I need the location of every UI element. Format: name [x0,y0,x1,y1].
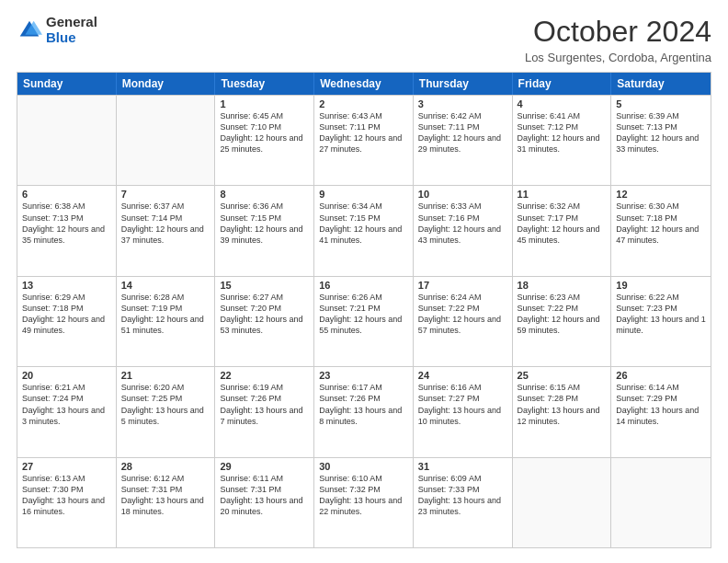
day-info: Sunrise: 6:23 AM Sunset: 7:22 PM Dayligh… [518,292,607,337]
day-info: Sunrise: 6:19 AM Sunset: 7:26 PM Dayligh… [220,382,309,427]
day-cell-16: 16Sunrise: 6:26 AM Sunset: 7:21 PM Dayli… [314,277,414,366]
day-info: Sunrise: 6:39 AM Sunset: 7:13 PM Dayligh… [616,110,706,155]
day-info: Sunrise: 6:41 AM Sunset: 7:12 PM Dayligh… [518,110,607,155]
day-number: 7 [121,189,210,200]
day-info: Sunrise: 6:09 AM Sunset: 7:33 PM Dayligh… [418,473,507,518]
calendar-header-row: SundayMondayTuesdayWednesdayThursdayFrid… [17,73,711,95]
day-info: Sunrise: 6:32 AM Sunset: 7:17 PM Dayligh… [518,201,607,246]
day-number: 2 [319,98,408,109]
day-info: Sunrise: 6:16 AM Sunset: 7:27 PM Dayligh… [418,382,507,427]
day-info: Sunrise: 6:27 AM Sunset: 7:20 PM Dayligh… [220,292,309,337]
day-info: Sunrise: 6:42 AM Sunset: 7:11 PM Dayligh… [418,110,507,155]
day-header-saturday: Saturday [611,73,711,95]
day-cell-empty [611,458,711,547]
day-header-thursday: Thursday [414,73,513,95]
day-cell-empty [17,96,117,185]
day-info: Sunrise: 6:43 AM Sunset: 7:11 PM Dayligh… [319,110,408,155]
day-info: Sunrise: 6:15 AM Sunset: 7:28 PM Dayligh… [518,382,607,427]
day-cell-22: 22Sunrise: 6:19 AM Sunset: 7:26 PM Dayli… [215,367,314,456]
day-cell-empty [513,458,612,547]
day-cell-27: 27Sunrise: 6:13 AM Sunset: 7:30 PM Dayli… [17,458,117,547]
day-cell-23: 23Sunrise: 6:17 AM Sunset: 7:26 PM Dayli… [314,367,414,456]
day-number: 12 [616,189,706,200]
day-number: 23 [319,370,408,381]
day-info: Sunrise: 6:26 AM Sunset: 7:21 PM Dayligh… [319,292,408,337]
logo-general-text: General [46,15,97,30]
day-cell-13: 13Sunrise: 6:29 AM Sunset: 7:18 PM Dayli… [17,277,117,366]
day-number: 29 [220,461,309,472]
day-number: 15 [220,280,309,291]
day-number: 31 [418,461,507,472]
day-number: 8 [220,189,309,200]
logo: General Blue [17,15,97,45]
day-cell-24: 24Sunrise: 6:16 AM Sunset: 7:27 PM Dayli… [414,367,513,456]
day-cell-18: 18Sunrise: 6:23 AM Sunset: 7:22 PM Dayli… [513,277,612,366]
logo-text: General Blue [46,15,97,45]
calendar-body: 1Sunrise: 6:45 AM Sunset: 7:10 PM Daylig… [17,95,711,547]
day-cell-21: 21Sunrise: 6:20 AM Sunset: 7:25 PM Dayli… [117,367,216,456]
location: Los Surgentes, Cordoba, Argentina [525,51,711,64]
day-number: 17 [418,280,507,291]
day-cell-6: 6Sunrise: 6:38 AM Sunset: 7:13 PM Daylig… [17,186,117,275]
day-number: 21 [121,370,210,381]
week-row-1: 6Sunrise: 6:38 AM Sunset: 7:13 PM Daylig… [17,185,711,275]
day-cell-12: 12Sunrise: 6:30 AM Sunset: 7:18 PM Dayli… [611,186,711,275]
day-cell-17: 17Sunrise: 6:24 AM Sunset: 7:22 PM Dayli… [414,277,513,366]
day-number: 3 [418,98,507,109]
day-info: Sunrise: 6:45 AM Sunset: 7:10 PM Dayligh… [220,110,309,155]
day-cell-3: 3Sunrise: 6:42 AM Sunset: 7:11 PM Daylig… [414,96,513,185]
day-number: 18 [518,280,607,291]
day-info: Sunrise: 6:14 AM Sunset: 7:29 PM Dayligh… [616,382,706,427]
day-cell-9: 9Sunrise: 6:34 AM Sunset: 7:15 PM Daylig… [314,186,414,275]
day-number: 11 [518,189,607,200]
day-cell-10: 10Sunrise: 6:33 AM Sunset: 7:16 PM Dayli… [414,186,513,275]
day-number: 4 [518,98,607,109]
day-cell-4: 4Sunrise: 6:41 AM Sunset: 7:12 PM Daylig… [513,96,612,185]
day-info: Sunrise: 6:24 AM Sunset: 7:22 PM Dayligh… [418,292,507,337]
header-right: October 2024 Los Surgentes, Cordoba, Arg… [525,15,711,64]
day-number: 28 [121,461,210,472]
day-header-wednesday: Wednesday [314,73,414,95]
day-number: 27 [22,461,111,472]
day-cell-30: 30Sunrise: 6:10 AM Sunset: 7:32 PM Dayli… [314,458,414,547]
day-cell-1: 1Sunrise: 6:45 AM Sunset: 7:10 PM Daylig… [215,96,314,185]
day-info: Sunrise: 6:28 AM Sunset: 7:19 PM Dayligh… [121,292,210,337]
day-cell-empty [117,96,216,185]
day-cell-7: 7Sunrise: 6:37 AM Sunset: 7:14 PM Daylig… [117,186,216,275]
week-row-2: 13Sunrise: 6:29 AM Sunset: 7:18 PM Dayli… [17,276,711,366]
day-number: 5 [616,98,706,109]
week-row-0: 1Sunrise: 6:45 AM Sunset: 7:10 PM Daylig… [17,95,711,185]
day-number: 20 [22,370,111,381]
month-title: October 2024 [525,15,711,49]
day-info: Sunrise: 6:12 AM Sunset: 7:31 PM Dayligh… [121,473,210,518]
day-info: Sunrise: 6:17 AM Sunset: 7:26 PM Dayligh… [319,382,408,427]
week-row-4: 27Sunrise: 6:13 AM Sunset: 7:30 PM Dayli… [17,457,711,547]
day-info: Sunrise: 6:13 AM Sunset: 7:30 PM Dayligh… [22,473,111,518]
day-cell-19: 19Sunrise: 6:22 AM Sunset: 7:23 PM Dayli… [611,277,711,366]
page: General Blue October 2024 Los Surgentes,… [0,0,728,563]
day-number: 16 [319,280,408,291]
day-info: Sunrise: 6:33 AM Sunset: 7:16 PM Dayligh… [418,201,507,246]
day-cell-5: 5Sunrise: 6:39 AM Sunset: 7:13 PM Daylig… [611,96,711,185]
day-header-tuesday: Tuesday [215,73,314,95]
day-header-friday: Friday [513,73,612,95]
day-header-sunday: Sunday [17,73,117,95]
day-cell-2: 2Sunrise: 6:43 AM Sunset: 7:11 PM Daylig… [314,96,414,185]
day-info: Sunrise: 6:10 AM Sunset: 7:32 PM Dayligh… [319,473,408,518]
day-number: 9 [319,189,408,200]
day-cell-15: 15Sunrise: 6:27 AM Sunset: 7:20 PM Dayli… [215,277,314,366]
day-number: 10 [418,189,507,200]
day-number: 14 [121,280,210,291]
logo-icon [17,17,42,43]
day-number: 25 [518,370,607,381]
logo-blue-text: Blue [46,30,97,46]
day-info: Sunrise: 6:38 AM Sunset: 7:13 PM Dayligh… [22,201,111,246]
day-number: 26 [616,370,706,381]
day-number: 13 [22,280,111,291]
day-info: Sunrise: 6:21 AM Sunset: 7:24 PM Dayligh… [22,382,111,427]
day-cell-28: 28Sunrise: 6:12 AM Sunset: 7:31 PM Dayli… [117,458,216,547]
calendar: SundayMondayTuesdayWednesdayThursdayFrid… [17,72,711,548]
day-number: 22 [220,370,309,381]
day-info: Sunrise: 6:22 AM Sunset: 7:23 PM Dayligh… [616,292,706,337]
week-row-3: 20Sunrise: 6:21 AM Sunset: 7:24 PM Dayli… [17,366,711,456]
